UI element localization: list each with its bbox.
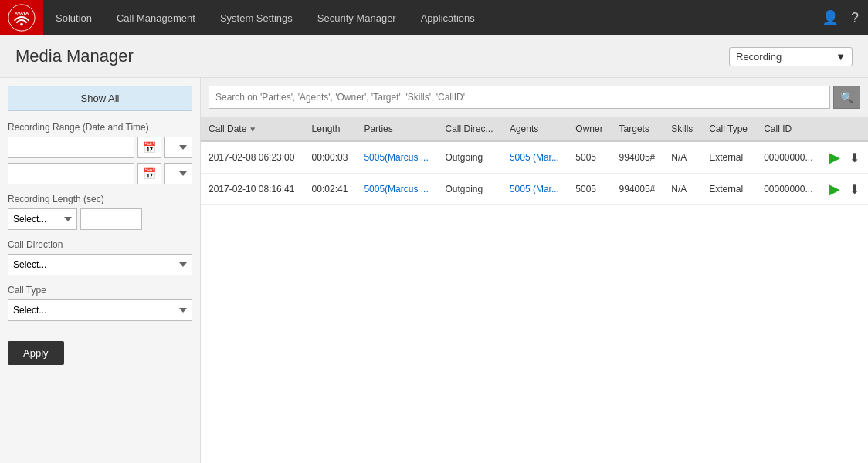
table-row: 2017-02-10 08:16:41 00:02:41 5005(Marcus… [201, 174, 868, 205]
search-input[interactable] [209, 86, 830, 109]
col-skills: Skills [663, 117, 701, 141]
calendar-icon-2: 📅 [143, 167, 156, 180]
main-content: Show All Recording Range (Date and Time)… [0, 78, 868, 463]
search-icon: 🔍 [840, 91, 853, 103]
recordings-table: Call Date Length Parties Call Direc... A… [201, 117, 868, 205]
chevron-down-icon: ▼ [836, 51, 846, 63]
call-direction-label: Call Direction [8, 239, 192, 250]
recording-range-label: Recording Range (Date and Time) [8, 122, 192, 133]
table-body: 2017-02-08 06:23:00 00:00:03 5005(Marcus… [201, 141, 868, 205]
end-time-select[interactable] [164, 163, 192, 184]
search-bar: 🔍 [201, 78, 868, 117]
nav-applications[interactable]: Applications [409, 0, 487, 35]
end-calendar-button[interactable]: 📅 [137, 163, 161, 184]
table-row: 2017-02-08 06:23:00 00:00:03 5005(Marcus… [201, 141, 868, 174]
nav-solution[interactable]: Solution [43, 0, 104, 35]
cell-owner: 5005 [568, 174, 611, 205]
col-call-type: Call Type [701, 117, 756, 141]
recording-length-filter: Recording Length (sec) Select... [8, 194, 192, 230]
sidebar: Show All Recording Range (Date and Time)… [0, 78, 201, 463]
top-navigation: AVAYA Solution Call Management System Se… [0, 0, 868, 35]
cell-length: 00:02:41 [304, 174, 357, 205]
col-actions [822, 117, 868, 141]
call-type-filter: Call Type Select... [8, 285, 192, 321]
cell-call-direction: Outgoing [438, 174, 502, 205]
call-type-select[interactable]: Select... [8, 299, 192, 321]
page-title: Media Manager [15, 46, 134, 66]
download-button[interactable]: ⬇ [846, 181, 863, 198]
play-button[interactable]: ▶ [826, 147, 843, 167]
apply-button[interactable]: Apply [8, 341, 64, 365]
start-date-row: 📅 [8, 137, 192, 158]
show-all-button[interactable]: Show All [8, 86, 192, 111]
start-calendar-button[interactable]: 📅 [137, 137, 161, 158]
nav-system-settings[interactable]: System Settings [208, 0, 305, 35]
user-icon-button[interactable]: 👤 [822, 9, 839, 26]
start-date-input[interactable] [8, 137, 134, 158]
call-type-label: Call Type [8, 285, 192, 296]
col-agents: Agents [502, 117, 568, 141]
help-icon-button[interactable]: ? [851, 10, 859, 26]
cell-parties[interactable]: 5005(Marcus ... [356, 174, 437, 205]
col-call-date[interactable]: Call Date [201, 117, 304, 141]
cell-parties[interactable]: 5005(Marcus ... [356, 141, 437, 174]
col-call-direction: Call Direc... [438, 117, 502, 141]
col-targets: Targets [612, 117, 664, 141]
svg-text:AVAYA: AVAYA [15, 11, 29, 15]
calendar-icon: 📅 [143, 141, 156, 154]
col-call-id: Call ID [756, 117, 822, 141]
start-time-select[interactable] [164, 137, 192, 158]
nav-right: 👤 ? [812, 9, 868, 26]
download-icon: ⬇ [849, 151, 860, 164]
end-date-input[interactable] [8, 163, 134, 184]
nav-call-management[interactable]: Call Management [104, 0, 208, 35]
end-date-row: 📅 [8, 163, 192, 184]
cell-call-date: 2017-02-10 08:16:41 [201, 174, 304, 205]
recording-dropdown-label: Recording [736, 51, 782, 63]
page-header: Media Manager Recording ▼ [0, 35, 868, 78]
cell-skills: N/A [663, 174, 701, 205]
cell-call-direction: Outgoing [438, 141, 502, 174]
recording-length-label: Recording Length (sec) [8, 194, 192, 204]
cell-call-id: 00000000... [756, 174, 822, 205]
cell-agents[interactable]: 5005 (Mar... [502, 141, 568, 174]
cell-actions: ▶ ⬇ [822, 174, 868, 204]
cell-owner: 5005 [568, 141, 611, 174]
col-parties: Parties [356, 117, 437, 141]
length-value-input[interactable] [80, 208, 142, 230]
call-direction-filter: Call Direction Select... [8, 239, 192, 275]
cell-call-type: External [701, 141, 756, 174]
download-button[interactable]: ⬇ [846, 149, 863, 167]
cell-actions: ▶ ⬇ [822, 142, 868, 173]
nav-items: Solution Call Management System Settings… [43, 0, 812, 35]
search-button[interactable]: 🔍 [833, 86, 860, 109]
recording-dropdown[interactable]: Recording ▼ [729, 47, 853, 66]
nav-security-manager[interactable]: Security Manager [305, 0, 409, 35]
length-row: Select... [8, 208, 192, 230]
table-header: Call Date Length Parties Call Direc... A… [201, 117, 868, 141]
call-direction-select[interactable]: Select... [8, 254, 192, 275]
table-wrapper: Call Date Length Parties Call Direc... A… [201, 117, 868, 463]
cell-targets: 994005# [612, 174, 664, 205]
cell-length: 00:00:03 [304, 141, 357, 174]
length-condition-select[interactable]: Select... [8, 208, 77, 230]
col-owner: Owner [568, 117, 611, 141]
recording-range-filter: Recording Range (Date and Time) 📅 📅 [8, 122, 192, 184]
cell-call-date: 2017-02-08 06:23:00 [201, 141, 304, 174]
cell-skills: N/A [663, 141, 701, 174]
cell-targets: 994005# [612, 141, 664, 174]
col-length: Length [304, 117, 357, 141]
play-icon: ▶ [829, 150, 840, 165]
svg-point-2 [20, 23, 23, 26]
play-icon: ▶ [829, 181, 840, 197]
cell-call-type: External [701, 174, 756, 205]
download-icon: ⬇ [849, 183, 860, 196]
cell-agents[interactable]: 5005 (Mar... [502, 174, 568, 205]
table-area: 🔍 Call Date Length Parties Call Direc...… [201, 78, 868, 463]
play-button[interactable]: ▶ [826, 179, 843, 199]
cell-call-id: 00000000... [756, 141, 822, 174]
avaya-logo: AVAYA [0, 0, 43, 35]
